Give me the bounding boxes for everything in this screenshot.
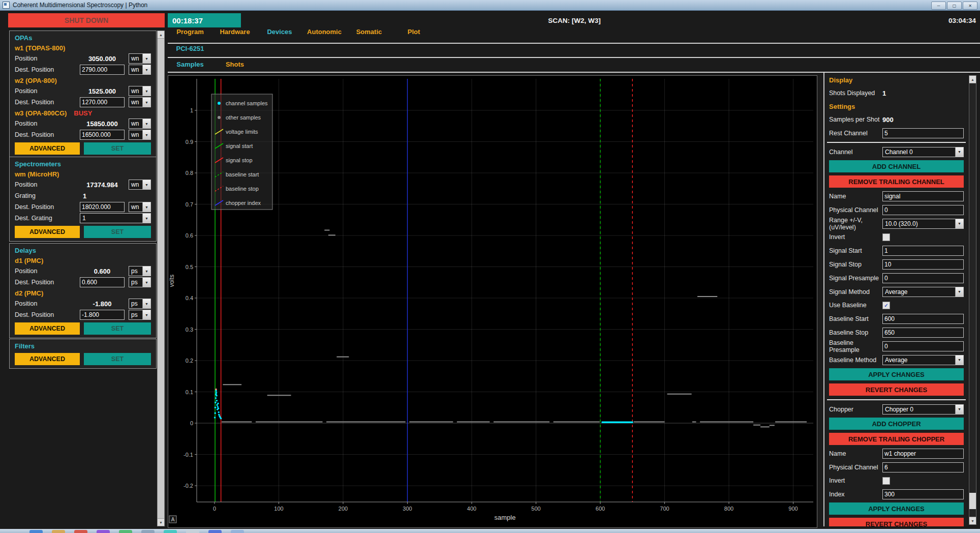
title-bar[interactable]: Coherent Multidimensional Spectroscopy |…	[0, 0, 980, 11]
tab-devices[interactable]: Devices	[257, 28, 302, 36]
scroll-down-icon[interactable]: ▼	[969, 517, 976, 524]
field-row: Position15850.000wn▼	[10, 118, 156, 129]
series-channel-samples-signal-burst	[217, 406, 219, 408]
units-dropdown[interactable]: wn▼	[129, 65, 151, 75]
invert-checkbox[interactable]	[882, 477, 890, 485]
close-button[interactable]: ✕	[963, 2, 977, 10]
scrollbar-thumb[interactable]	[969, 493, 976, 509]
range-v-uv-level-dropdown[interactable]: 10.0 (320.0)▼	[882, 219, 964, 229]
tab-program[interactable]: Program	[168, 28, 212, 36]
apply-changes-button[interactable]: APPLY CHANGES	[829, 368, 964, 380]
remove-trailing-channel-button[interactable]: REMOVE TRAILING CHANNEL	[829, 175, 964, 188]
minimize-button[interactable]: ─	[931, 2, 946, 10]
signal-stop-input[interactable]	[882, 259, 964, 270]
units-dropdown[interactable]: ps▼	[129, 277, 151, 287]
samples-plot[interactable]: 10.90.80.70.60.50.40.30.20.10-0.1-0.2010…	[168, 75, 817, 528]
units-dropdown[interactable]: wn▼	[129, 119, 151, 129]
plot-legend[interactable]: channel samplesother samplesvoltage limi…	[211, 94, 272, 210]
set-button[interactable]: SET	[84, 142, 151, 155]
units-dropdown[interactable]: wn▼	[129, 180, 151, 190]
advanced-button[interactable]: ADVANCED	[15, 322, 80, 335]
advanced-button[interactable]: ADVANCED	[15, 226, 80, 238]
baseline-method-dropdown[interactable]: Average▼	[882, 355, 964, 365]
taskbar-icon-4[interactable]	[97, 530, 110, 533]
auto-range-button[interactable]: A	[169, 516, 176, 523]
apply-changes-button[interactable]: APPLY CHANGES	[829, 502, 964, 515]
units-dropdown[interactable]: ps▼	[129, 299, 151, 309]
taskbar-icon-9[interactable]	[208, 530, 222, 533]
baseline-presample-input[interactable]	[882, 341, 964, 351]
revert-changes-button[interactable]: REVERT CHANGES	[829, 518, 964, 526]
sidebar-scrollbar[interactable]: ▲ ▼	[157, 31, 165, 526]
units-dropdown[interactable]: wn▼	[129, 97, 151, 107]
windows-taskbar[interactable]	[0, 529, 980, 533]
units-dropdown[interactable]: ps▼	[129, 266, 151, 276]
add-channel-button[interactable]: ADD CHANNEL	[829, 160, 964, 172]
series-channel-samples-signal-burst	[215, 406, 217, 408]
dest-grating-dropdown[interactable]: 1▼	[80, 213, 151, 223]
y-tick-label: 0.4	[186, 295, 193, 301]
tab-samples[interactable]: Samples	[168, 61, 212, 68]
set-button[interactable]: SET	[84, 226, 151, 238]
tab-hardware[interactable]: Hardware	[212, 28, 257, 36]
signal-presample-input[interactable]	[882, 273, 964, 283]
physical-channel-input[interactable]	[882, 205, 964, 215]
tab-autonomic[interactable]: Autonomic	[302, 28, 347, 36]
use-baseline-checkbox[interactable]: ✓	[882, 302, 890, 309]
invert-checkbox[interactable]	[882, 233, 890, 241]
remove-trailing-chopper-button[interactable]: REMOVE TRAILING CHOPPER	[829, 433, 964, 445]
dest-position-input[interactable]	[80, 65, 125, 75]
rest-channel-input[interactable]	[882, 128, 964, 138]
physical-channel-input[interactable]	[882, 462, 964, 472]
tab-plot[interactable]: Plot	[391, 28, 436, 36]
units-dropdown[interactable]: wn▼	[129, 86, 151, 96]
tab-shots[interactable]: Shots	[212, 61, 257, 68]
settings-scrollbar[interactable]: ▲ ▼	[969, 75, 976, 525]
units-dropdown[interactable]: ps▼	[129, 310, 151, 320]
units-dropdown[interactable]: wn▼	[129, 202, 151, 212]
name-input[interactable]	[882, 449, 964, 459]
taskbar-icon-2[interactable]	[52, 530, 65, 533]
dest-position-input[interactable]	[80, 310, 125, 320]
baseline-start-input[interactable]	[882, 314, 964, 324]
chopper-dropdown[interactable]: Chopper 0▼	[882, 404, 964, 414]
dest-position-input[interactable]	[80, 97, 125, 107]
units-dropdown[interactable]: wn▼	[129, 130, 151, 140]
revert-changes-button[interactable]: REVERT CHANGES	[829, 383, 964, 396]
channel-dropdown[interactable]: Channel 0▼	[882, 147, 964, 157]
dest-position-input[interactable]	[80, 277, 125, 287]
baseline-stop-input[interactable]	[882, 328, 964, 338]
taskbar-icon-3[interactable]	[74, 530, 87, 533]
tab-pci-6251[interactable]: PCI-6251	[168, 45, 212, 52]
advanced-button[interactable]: ADVANCED	[15, 142, 80, 155]
taskbar-icon-1[interactable]	[29, 530, 43, 533]
taskbar-icon-10[interactable]	[231, 530, 244, 533]
series-channel-samples-signal-burst	[218, 414, 220, 416]
dest-position-input[interactable]	[80, 130, 125, 140]
signal-method-dropdown[interactable]: Average▼	[882, 287, 964, 297]
units-dropdown[interactable]: wn▼	[129, 53, 151, 64]
maximize-button[interactable]: ▢	[947, 2, 962, 10]
scroll-up-icon[interactable]: ▲	[158, 31, 164, 39]
advanced-button[interactable]: ADVANCED	[15, 353, 80, 365]
add-chopper-button[interactable]: ADD CHOPPER	[829, 418, 964, 430]
shutdown-button[interactable]: SHUT DOWN	[8, 13, 165, 27]
button-row: APPLY CHANGES	[825, 367, 968, 382]
chevron-down-icon: ▼	[142, 202, 150, 212]
taskbar-icon-6[interactable]	[141, 530, 155, 533]
status-badge: BUSY	[74, 109, 92, 117]
set-button[interactable]: SET	[84, 353, 151, 365]
name-input[interactable]	[882, 191, 964, 201]
scroll-up-icon[interactable]: ▲	[969, 76, 976, 83]
scroll-down-icon[interactable]: ▼	[158, 518, 164, 526]
dest-position-input[interactable]	[80, 202, 125, 212]
index-input[interactable]	[882, 489, 964, 499]
field-label: Position	[15, 181, 80, 188]
tab-somatic[interactable]: Somatic	[347, 28, 391, 36]
taskbar-icon-8[interactable]	[186, 530, 199, 533]
taskbar-icon-7[interactable]	[164, 530, 177, 533]
plot-canvas[interactable]: 10.90.80.70.60.50.40.30.20.10-0.1-0.2010…	[168, 75, 817, 528]
signal-start-input[interactable]	[882, 246, 964, 256]
set-button[interactable]: SET	[84, 322, 151, 335]
taskbar-icon-5[interactable]	[119, 530, 132, 533]
